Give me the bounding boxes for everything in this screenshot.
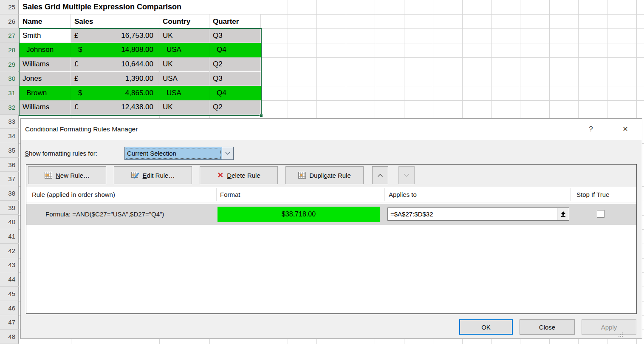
cell-A29[interactable]: Williams — [19, 57, 71, 72]
apply-button[interactable]: Apply — [582, 319, 636, 335]
collapse-dialog-range-picker-button[interactable] — [557, 208, 569, 221]
resize-grip[interactable] — [617, 331, 623, 337]
column-divider — [570, 188, 571, 201]
cell-C31[interactable]: USA — [159, 86, 209, 100]
sales-amount: 16,753.00 — [121, 31, 153, 40]
row-header-39[interactable]: 39 — [0, 201, 19, 215]
dialog-titlebar[interactable]: Conditional Formatting Rules Manager ? ✕ — [21, 119, 642, 140]
cell-D31[interactable]: Q4 — [209, 86, 261, 100]
cell-C27[interactable]: UK — [159, 28, 209, 43]
row-header-29[interactable]: 29 — [0, 57, 19, 72]
dropdown-selected-value[interactable]: Current Selection — [125, 147, 222, 159]
duplicate-rule-button[interactable]: Duplicate Rule — [285, 166, 364, 184]
rules-list-header: Rule (applied in order shown) Format App… — [26, 187, 636, 202]
cell-D26[interactable]: Quarter — [209, 14, 261, 28]
row-header-46[interactable]: 46 — [0, 301, 19, 316]
chevron-down-icon — [404, 173, 410, 177]
row-header-27[interactable]: 27 — [0, 28, 19, 43]
cell-C32[interactable]: UK — [159, 100, 209, 115]
show-rules-for-dropdown[interactable]: Current Selection — [124, 147, 234, 160]
range-picker-arrow-icon — [560, 211, 566, 217]
chevron-up-icon — [377, 173, 383, 177]
dropdown-button[interactable] — [222, 147, 233, 159]
row-header-33[interactable]: 33 — [0, 115, 19, 129]
currency-symbol: £ — [74, 31, 78, 40]
rule-format-preview: $38,718.00 — [217, 207, 380, 222]
cell-B31[interactable]: $4,865.00 — [71, 86, 159, 100]
row-header-45[interactable]: 45 — [0, 287, 19, 301]
cell-A28[interactable]: Johnson — [19, 43, 71, 57]
row-header-28[interactable]: 28 — [0, 43, 19, 57]
sales-amount: 4,865.00 — [125, 89, 153, 97]
currency-symbol: $ — [78, 89, 82, 97]
cell-D27[interactable]: Q3 — [209, 28, 261, 43]
currency-symbol: $ — [78, 45, 82, 54]
row-header-44[interactable]: 44 — [0, 272, 19, 287]
cell-B28[interactable]: $14,808.00 — [71, 43, 159, 57]
edit-rule-label: Edit Rule… — [143, 172, 175, 179]
rule-list-item[interactable]: Formula: =AND($C27="USA",$D27="Q4") $38,… — [26, 204, 636, 225]
sheet-header-row: Name Sales Country Quarter — [19, 14, 261, 29]
cell-D29[interactable]: Q2 — [209, 57, 261, 72]
move-rule-up-button[interactable] — [372, 166, 388, 184]
row-header-36[interactable]: 36 — [0, 158, 19, 172]
row-header-48[interactable]: 48 — [0, 330, 19, 344]
row-header-26[interactable]: 26 — [0, 14, 19, 29]
delete-rule-button[interactable]: ✕ Delete Rule — [200, 166, 278, 184]
cell-D30[interactable]: Q3 — [209, 72, 261, 86]
column-header-applies-to: Applies to — [389, 187, 417, 202]
row-header-43[interactable]: 43 — [0, 258, 19, 273]
cell-C28[interactable]: USA — [159, 43, 209, 57]
row-header-25[interactable]: 25 — [0, 0, 19, 14]
delete-rule-label: Delete Rule — [227, 172, 260, 179]
cell-C26[interactable]: Country — [159, 14, 209, 28]
sheet-title-cell[interactable]: Sales Grid Multiple Expression Compariso… — [19, 0, 261, 14]
row-header-38[interactable]: 38 — [0, 186, 19, 201]
row-header-34[interactable]: 34 — [0, 129, 19, 143]
edit-rule-button[interactable]: Edit Rule… — [114, 166, 192, 184]
cell-C29[interactable]: UK — [159, 57, 209, 72]
cell-D32[interactable]: Q2 — [209, 100, 261, 115]
conditional-formatting-rules-manager-dialog: Conditional Formatting Rules Manager ? ✕… — [20, 118, 642, 339]
cell-B29[interactable]: £10,644.00 — [71, 57, 159, 72]
cell-A32[interactable]: Williams — [19, 100, 71, 115]
row-header-35[interactable]: 35 — [0, 143, 19, 158]
cell-B27[interactable]: £16,753.00 — [71, 28, 159, 43]
cell-A27[interactable]: Smith — [19, 28, 71, 43]
row-header-37[interactable]: 37 — [0, 172, 19, 186]
cell-D28[interactable]: Q4 — [209, 43, 261, 57]
ok-button[interactable]: OK — [459, 319, 513, 335]
applies-to-input[interactable] — [387, 208, 557, 221]
cell-A30[interactable]: Jones — [19, 72, 71, 86]
close-button[interactable]: Close — [520, 319, 575, 335]
move-rule-down-button[interactable] — [398, 166, 415, 184]
row-header-31[interactable]: 31 — [0, 86, 19, 100]
sheet-row-28: Johnson$14,808.00USAQ4 — [19, 43, 261, 57]
help-icon[interactable]: ? — [586, 119, 596, 140]
sales-amount: 10,644.00 — [121, 60, 153, 68]
close-icon[interactable]: ✕ — [619, 119, 632, 140]
new-rule-button[interactable]: New Rule… — [28, 166, 106, 184]
sales-amount: 1,390.00 — [125, 74, 153, 83]
currency-symbol: £ — [74, 74, 78, 83]
duplicate-rule-label: Duplicate Rule — [309, 172, 351, 179]
cell-B30[interactable]: £1,390.00 — [71, 72, 159, 86]
row-header-30[interactable]: 30 — [0, 72, 19, 86]
row-header-32[interactable]: 32 — [0, 100, 19, 115]
row-header-column: 2526272829303132333435363738394041424344… — [0, 0, 19, 344]
stop-if-true-checkbox[interactable] — [597, 210, 604, 218]
row-header-42[interactable]: 42 — [0, 244, 19, 258]
rules-toolbar: New Rule… Edit Rule… ✕ Delete Rule — [26, 165, 636, 187]
sheet-row-27: Smith£16,753.00UKQ3 — [19, 28, 261, 43]
sales-amount: 14,808.00 — [121, 45, 153, 54]
cell-A31[interactable]: Brown — [19, 86, 71, 100]
row-header-41[interactable]: 41 — [0, 229, 19, 244]
cell-A26[interactable]: Name — [19, 14, 71, 28]
applies-to-group — [387, 208, 569, 221]
row-header-40[interactable]: 40 — [0, 215, 19, 230]
cell-B32[interactable]: £12,438.00 — [71, 100, 159, 115]
cell-B26[interactable]: Sales — [71, 14, 159, 28]
sheet-row-31: Brown$4,865.00USAQ4 — [19, 86, 261, 100]
cell-C30[interactable]: USA — [159, 72, 209, 86]
row-header-47[interactable]: 47 — [0, 315, 19, 330]
